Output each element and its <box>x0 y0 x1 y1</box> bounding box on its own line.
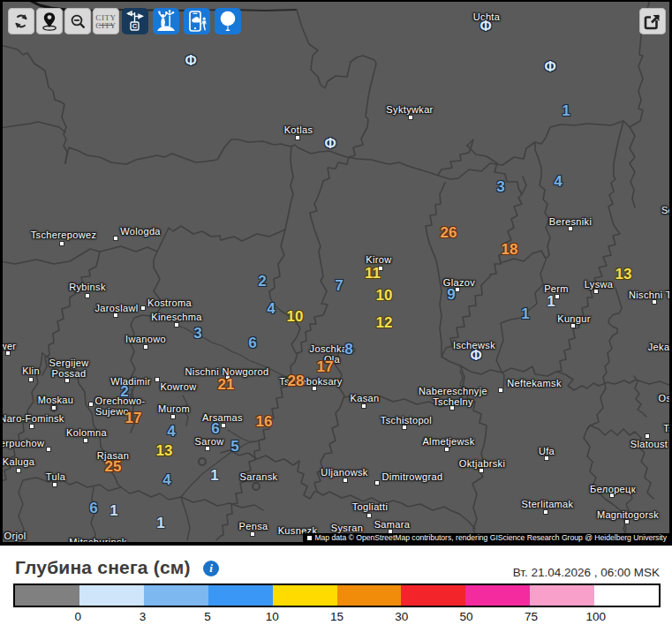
svg-text:C: C <box>132 22 138 30</box>
